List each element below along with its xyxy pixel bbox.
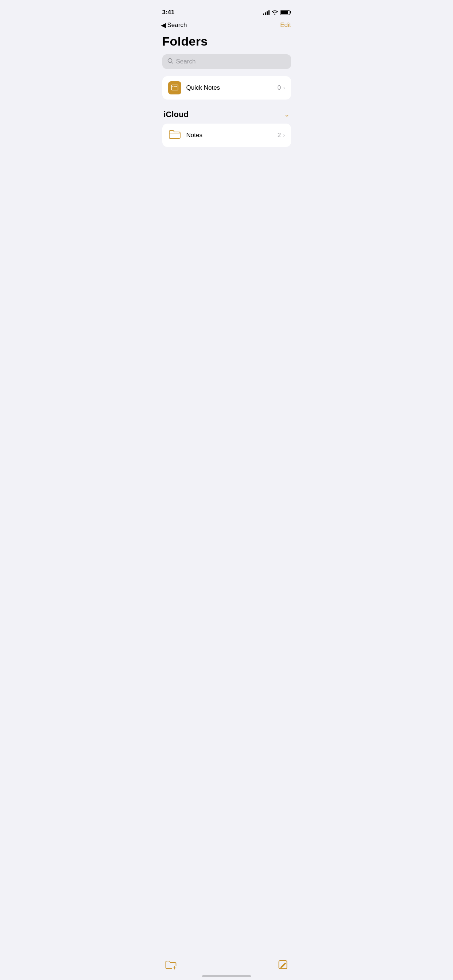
icloud-chevron-icon[interactable]: ⌄ bbox=[284, 110, 290, 118]
notes-folder-count: 2 bbox=[278, 132, 281, 139]
search-container: Search bbox=[155, 54, 298, 76]
quick-notes-label: Quick Notes bbox=[187, 84, 278, 92]
status-bar: 3:41 bbox=[155, 0, 298, 20]
wifi-icon bbox=[272, 10, 278, 16]
edit-button[interactable]: Edit bbox=[280, 22, 291, 29]
signal-bars-icon bbox=[263, 10, 270, 15]
status-icons bbox=[263, 10, 291, 16]
icloud-section-title: iCloud bbox=[164, 110, 188, 119]
notes-folder-label: Notes bbox=[187, 132, 278, 139]
back-label: Search bbox=[167, 22, 187, 29]
back-button[interactable]: ◀ Search bbox=[161, 21, 187, 29]
search-placeholder: Search bbox=[176, 58, 196, 65]
search-bar[interactable]: Search bbox=[162, 54, 291, 69]
nav-bar: ◀ Search Edit bbox=[155, 20, 298, 32]
quick-notes-chevron-icon: › bbox=[283, 84, 285, 91]
quick-notes-card[interactable]: Quick Notes 0 › bbox=[162, 76, 291, 100]
battery-icon bbox=[280, 10, 291, 15]
folder-icon bbox=[169, 129, 181, 142]
icloud-section-header: iCloud ⌄ bbox=[162, 107, 291, 124]
quick-notes-icon bbox=[168, 81, 181, 94]
page-title: Folders bbox=[162, 34, 291, 48]
search-icon bbox=[167, 58, 173, 65]
page-title-area: Folders bbox=[155, 32, 298, 54]
icloud-folders-card[interactable]: Notes 2 › bbox=[162, 124, 291, 147]
back-chevron-icon: ◀ bbox=[161, 21, 166, 29]
notes-folder-icon-container bbox=[168, 129, 181, 142]
svg-rect-2 bbox=[171, 85, 178, 90]
svg-line-1 bbox=[171, 62, 173, 64]
notes-folder-item[interactable]: Notes 2 › bbox=[162, 124, 291, 147]
status-time: 3:41 bbox=[162, 9, 175, 16]
notes-folder-chevron-icon: › bbox=[283, 132, 285, 138]
quick-notes-count: 0 bbox=[278, 84, 281, 92]
quick-notes-icon-container bbox=[168, 81, 181, 94]
quick-notes-item[interactable]: Quick Notes 0 › bbox=[162, 76, 291, 100]
content: Quick Notes 0 › iCloud ⌄ Notes 2 › bbox=[155, 76, 298, 147]
